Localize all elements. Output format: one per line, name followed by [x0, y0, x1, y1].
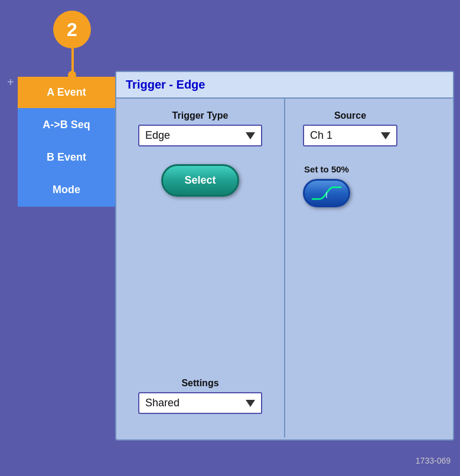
set-to-50-button[interactable] [303, 179, 350, 207]
badge-number: 2 [67, 19, 77, 41]
settings-value: Shared [145, 397, 241, 409]
sidebar-label-b-event: B Event [47, 151, 86, 163]
crosshair-icon: + [7, 76, 14, 89]
set-to-50-area: Set to 50% [303, 164, 350, 207]
set-to-50-label: Set to 50% [304, 164, 349, 174]
sidebar-label-mode: Mode [53, 184, 80, 195]
trigger-type-label: Trigger Type [172, 110, 229, 121]
source-arrow-icon [381, 132, 390, 139]
settings-arrow-icon [246, 400, 255, 407]
panel-right: Source Ch 1 Set to 50% [285, 99, 453, 438]
trigger-type-arrow-icon [246, 132, 255, 139]
settings-label: Settings [181, 378, 218, 389]
panel-content: Trigger Type Edge Select Settings Shared [116, 99, 453, 438]
panel-title-text: Trigger - Edge [126, 78, 205, 91]
panel-title: Trigger - Edge [116, 72, 453, 99]
trigger-type-wrapper: Trigger Type Edge [134, 110, 266, 146]
sidebar-item-b-event[interactable]: B Event [18, 142, 115, 174]
connector-dot [68, 71, 76, 79]
step-badge: 2 [53, 11, 91, 48]
sidebar-item-a-event[interactable]: A Event [18, 77, 115, 109]
source-dropdown[interactable]: Ch 1 [303, 125, 397, 146]
source-value: Ch 1 [310, 129, 376, 142]
select-button[interactable]: Select [161, 164, 239, 197]
sidebar-item-mode[interactable]: Mode [18, 174, 115, 207]
settings-section: Settings Shared [134, 378, 266, 426]
sidebar-item-ab-seq[interactable]: A->B Seq [18, 109, 115, 142]
s-curve-icon [311, 185, 342, 201]
sidebar-label-a-event: A Event [47, 86, 86, 98]
sidebar: A Event A->B Seq B Event Mode [18, 77, 115, 207]
image-reference: 1733-069 [416, 456, 451, 465]
connector-line [71, 48, 74, 73]
trigger-type-dropdown[interactable]: Edge [138, 125, 262, 146]
sidebar-label-ab-seq: A->B Seq [43, 119, 90, 131]
settings-dropdown[interactable]: Shared [138, 392, 262, 414]
source-wrapper: Source Ch 1 [303, 110, 397, 146]
source-label: Source [334, 110, 366, 121]
panel-left: Trigger Type Edge Select Settings Shared [116, 99, 285, 438]
trigger-type-value: Edge [145, 129, 241, 142]
main-panel: Trigger - Edge Trigger Type Edge Select … [115, 71, 454, 441]
